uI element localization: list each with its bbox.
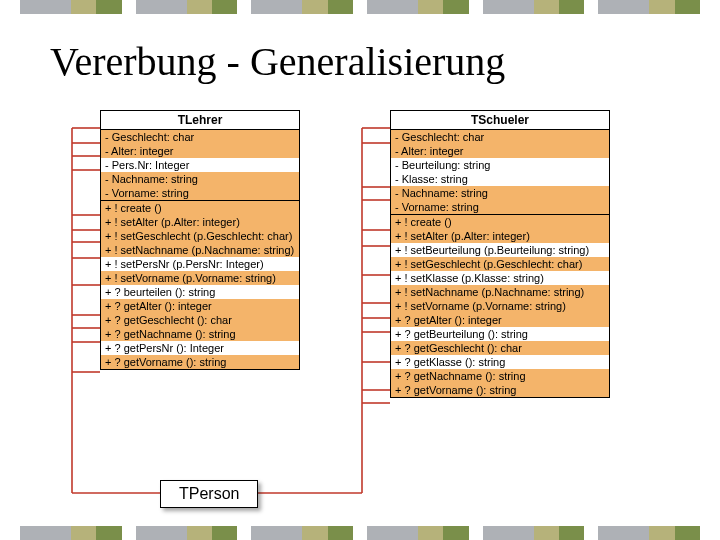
uml-row: + ! setPersNr (p.PersNr: Integer): [101, 257, 299, 271]
uml-row: + ? getKlasse (): string: [391, 355, 609, 369]
tperson-label: TPerson: [160, 480, 258, 508]
uml-row: + ? getVorname (): string: [101, 355, 299, 369]
uml-row: + ! setGeschlecht (p.Geschlecht: char): [391, 257, 609, 271]
uml-class-tlehrer: TLehrer - Geschlecht: char- Alter: integ…: [100, 110, 300, 370]
uml-row: + ! setVorname (p.Vorname: string): [101, 271, 299, 285]
uml-row: - Alter: integer: [391, 144, 609, 158]
class-name: TLehrer: [101, 111, 299, 130]
uml-row: + ! setGeschlecht (p.Geschlecht: char): [101, 229, 299, 243]
uml-row: - Geschlecht: char: [101, 130, 299, 144]
uml-row: + ! setAlter (p.Alter: integer): [391, 229, 609, 243]
uml-row: + ! setNachname (p.Nachname: string): [101, 243, 299, 257]
uml-row: + ! setNachname (p.Nachname: string): [391, 285, 609, 299]
uml-row: + ! setVorname (p.Vorname: string): [391, 299, 609, 313]
uml-row: - Nachname: string: [101, 172, 299, 186]
uml-row: + ? getGeschlecht (): char: [101, 313, 299, 327]
top-decor: [0, 0, 720, 14]
uml-row: + ? getAlter (): integer: [391, 313, 609, 327]
uml-row: + ? beurteilen (): string: [101, 285, 299, 299]
uml-row: + ? getVorname (): string: [391, 383, 609, 397]
uml-row: + ! setAlter (p.Alter: integer): [101, 215, 299, 229]
uml-row: + ! setBeurteilung (p.Beurteilung: strin…: [391, 243, 609, 257]
uml-row: + ? getNachname (): string: [391, 369, 609, 383]
uml-row: + ? getGeschlecht (): char: [391, 341, 609, 355]
uml-row: - Alter: integer: [101, 144, 299, 158]
uml-row: - Geschlecht: char: [391, 130, 609, 144]
page-title: Vererbung - Generalisierung: [50, 38, 505, 85]
uml-row: + ? getBeurteilung (): string: [391, 327, 609, 341]
uml-class-tschueler: TSchueler - Geschlecht: char- Alter: int…: [390, 110, 610, 398]
uml-row: - Vorname: string: [101, 186, 299, 200]
uml-row: - Pers.Nr: Integer: [101, 158, 299, 172]
uml-row: + ! setKlasse (p.Klasse: string): [391, 271, 609, 285]
uml-row: + ? getPersNr (): Integer: [101, 341, 299, 355]
uml-row: + ? getAlter (): integer: [101, 299, 299, 313]
uml-row: + ! create (): [101, 201, 299, 215]
uml-row: - Vorname: string: [391, 200, 609, 214]
uml-row: + ? getNachname (): string: [101, 327, 299, 341]
uml-row: - Nachname: string: [391, 186, 609, 200]
uml-row: - Beurteilung: string: [391, 158, 609, 172]
bottom-decor: [0, 526, 720, 540]
uml-row: - Klasse: string: [391, 172, 609, 186]
uml-row: + ! create (): [391, 215, 609, 229]
class-name: TSchueler: [391, 111, 609, 130]
